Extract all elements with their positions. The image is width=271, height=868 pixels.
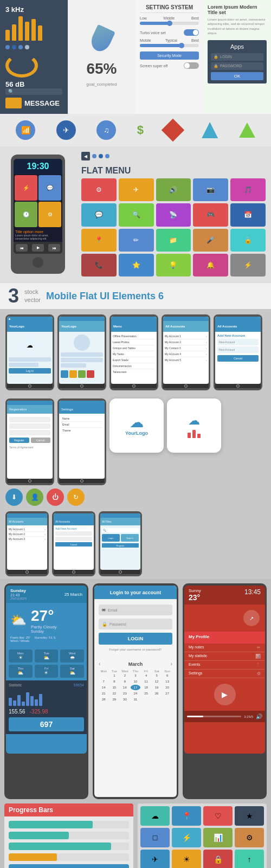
d25[interactable]: 24 (131, 691, 141, 696)
d30[interactable]: 29 (109, 697, 120, 702)
d19[interactable]: 18 (141, 685, 151, 690)
icon-triangle-2[interactable] (239, 123, 255, 138)
settings-item-theme[interactable]: Theme (61, 428, 102, 433)
ig-tile-10[interactable]: ☀ (172, 850, 201, 868)
add-acc-dot[interactable] (72, 570, 75, 574)
menu-item-4[interactable]: My Tasks (113, 351, 155, 357)
ft-5[interactable]: 🎵 (230, 178, 266, 201)
ig-tile-8[interactable]: ⚙ (235, 828, 264, 847)
ig-tile-7[interactable]: 📊 (203, 828, 233, 847)
email-input[interactable]: ✉ Email (99, 605, 172, 615)
mini-icon-1[interactable] (61, 370, 68, 378)
icon-triangle[interactable] (202, 122, 218, 138)
home-dot-4[interactable] (184, 384, 188, 388)
new-acc-input-1[interactable]: New Account (217, 339, 259, 345)
register-btn[interactable]: Register (9, 438, 29, 443)
ft-10[interactable]: 📅 (230, 203, 266, 226)
d16[interactable]: 15 (109, 685, 120, 690)
d5[interactable]: 4 (141, 673, 151, 678)
d29[interactable]: 28 (99, 697, 109, 702)
settings-item-email[interactable]: Email (61, 422, 102, 428)
menu-item-7[interactable]: Takescreen (113, 369, 155, 375)
home-dot-5[interactable] (236, 384, 240, 388)
turbo-switch[interactable] (184, 29, 199, 36)
d21[interactable]: 20 (162, 685, 172, 690)
ig-tile-5[interactable]: □ (140, 828, 170, 847)
acc-sm-dot[interactable] (25, 570, 29, 574)
ls-dot[interactable] (119, 570, 122, 574)
d8[interactable]: 7 (99, 679, 109, 684)
search-bar[interactable]: 🔍 (5, 88, 62, 95)
ig-tile-1[interactable]: ☁ (140, 806, 170, 826)
action-btn-refresh[interactable]: ↻ (67, 488, 85, 506)
ft-12[interactable]: ✏ (119, 229, 154, 252)
ft-14[interactable]: 🎤 (193, 229, 228, 252)
ig-tile-2[interactable]: 📍 (172, 806, 201, 826)
acc-sm-1[interactable]: My Account 1› (9, 527, 46, 532)
icon-music[interactable]: ♫ (96, 120, 116, 140)
icon-plane[interactable]: ✈ (56, 120, 76, 140)
ft-7[interactable]: 🔍 (119, 203, 154, 226)
ft-3[interactable]: 🔊 (156, 178, 191, 201)
d10[interactable]: 9 (120, 679, 130, 684)
phone-home-btn[interactable] (33, 257, 43, 268)
account-2[interactable]: My Account 2 › (165, 339, 207, 345)
nav-back[interactable]: ◀ (81, 152, 90, 160)
ig-tile-6[interactable]: ⚡ (172, 828, 201, 847)
d3[interactable]: 2 (120, 673, 130, 678)
cancel-reg-btn[interactable]: Cancel (31, 438, 51, 443)
ft-1[interactable]: ⚙ (81, 178, 117, 201)
password-input[interactable]: 🔒 Password (99, 619, 172, 629)
cal-next[interactable]: › (171, 661, 172, 667)
ft-19[interactable]: 🔔 (193, 254, 228, 277)
ls-register-btn[interactable]: Register (102, 543, 139, 548)
menu-item-5[interactable]: Export Stade (113, 357, 155, 363)
profile-notes-row[interactable]: My notes ✏ (184, 644, 265, 652)
settings-home-dot[interactable] (80, 479, 83, 483)
account-3[interactable]: My Contact 3 › (165, 345, 207, 351)
cancel-btn[interactable]: Cancel (217, 355, 259, 362)
menu-item-2[interactable]: Latest Photos (113, 339, 155, 345)
play-button[interactable]: ▶ (214, 684, 236, 705)
profile-stats-row[interactable]: My statistic 📊 (184, 652, 265, 661)
mini-icon-4[interactable] (87, 370, 94, 378)
d28[interactable]: 27 (162, 691, 172, 696)
new-acc-input-2[interactable]: New Account (217, 346, 259, 353)
d12[interactable]: 11 (141, 679, 151, 684)
login-button[interactable]: LOGIN (99, 633, 172, 645)
tile-3[interactable]: 🕐 (15, 202, 37, 227)
ig-tile-3[interactable]: ♡ (203, 806, 233, 826)
ft-11[interactable]: 📍 (81, 229, 117, 252)
d32[interactable]: 31 (131, 697, 141, 702)
tile-2[interactable]: 💬 (38, 175, 61, 201)
d27[interactable]: 26 (152, 691, 162, 696)
ft-8[interactable]: 📡 (156, 203, 191, 226)
prev-btn[interactable]: ⏮ (16, 244, 28, 252)
action-btn-user[interactable]: 👤 (26, 488, 43, 506)
mini-icon-3[interactable] (78, 370, 86, 378)
password-field[interactable]: 🔒 PASSWORD (211, 62, 263, 70)
d15[interactable]: 14 (99, 685, 109, 690)
cal-prev[interactable]: ‹ (99, 661, 100, 667)
ft-9[interactable]: 🎮 (193, 203, 228, 226)
d23[interactable]: 22 (109, 691, 120, 696)
icon-dollar[interactable]: $ (137, 123, 144, 137)
reg-home-dot[interactable] (28, 479, 31, 483)
ls-search[interactable]: 🔍 (102, 528, 139, 532)
icon-wifi[interactable]: 📶 (16, 120, 35, 140)
ft-6[interactable]: 💬 (81, 203, 117, 226)
profile-settings-row[interactable]: Settings ⚙ (184, 670, 265, 678)
next-btn[interactable]: ⏭ (48, 244, 60, 252)
menu-item-1[interactable]: Offline Presentation (113, 333, 155, 339)
home-dot-2[interactable] (80, 384, 83, 388)
ig-tile-4[interactable]: ★ (235, 806, 264, 826)
profile-events-row[interactable]: Events 📍 (184, 661, 265, 670)
acc-sm-2[interactable]: My Account 2› (9, 532, 46, 537)
action-btn-power[interactable]: ⏻ (47, 488, 64, 506)
d20[interactable]: 19 (152, 685, 162, 690)
reg-field-2[interactable] (9, 423, 50, 429)
d9[interactable]: 8 (109, 679, 120, 684)
ft-4[interactable]: 📷 (193, 178, 228, 201)
action-btn-download[interactable]: ⬇ (5, 488, 23, 506)
ft-18[interactable]: 💡 (156, 254, 191, 277)
